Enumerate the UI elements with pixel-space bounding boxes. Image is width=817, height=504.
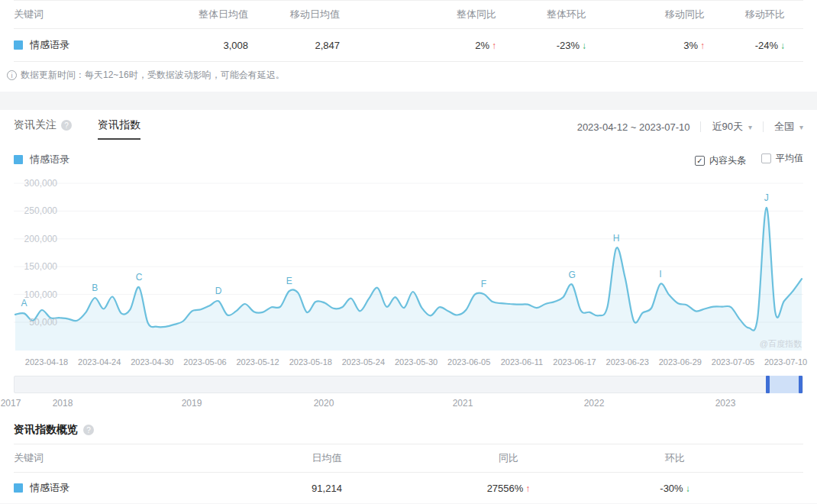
year-label: 2020 [314, 398, 334, 409]
daily-avg-value: 91,214 [183, 483, 470, 494]
overall-mom-value: -23%↓ [496, 40, 586, 51]
keyword-cell: 情感语录 [14, 481, 183, 495]
mom-value: -30%↓ [547, 483, 803, 494]
svg-text:C: C [136, 272, 143, 283]
legend-color-swatch [14, 155, 23, 164]
slider-selection[interactable] [767, 376, 801, 393]
year-label: 2019 [182, 398, 202, 409]
stats-table-row: 情感语录 3,008 2,847 2%↑ -23%↓ 3%↑ -24%↓ [14, 29, 803, 61]
info-icon: i [7, 70, 17, 80]
svg-text:300,000: 300,000 [24, 178, 58, 189]
legend-keyword: 情感语录 [30, 153, 69, 166]
column-header: 整体同比 [340, 8, 496, 21]
date-range[interactable]: 2023-04-12 ~ 2023-07-10 [577, 121, 690, 133]
svg-text:F: F [481, 279, 486, 289]
x-tick-label: 2023-05-06 [183, 357, 226, 367]
slider-track[interactable] [14, 376, 803, 393]
x-tick-label: 2023-05-30 [395, 357, 438, 367]
x-tick-label: 2023-05-24 [342, 357, 385, 367]
trend-section: 资讯关注?资讯指数 2023-04-12 ~ 2023-07-10 近90天▾ … [0, 111, 817, 503]
region-select[interactable]: 全国▾ [774, 120, 803, 134]
column-header: 整体日均值 [183, 8, 248, 21]
x-axis-labels: 2023-04-182023-04-242023-04-302023-05-06… [14, 356, 803, 370]
svg-text:150,000: 150,000 [24, 261, 58, 272]
x-tick-label: 2023-07-05 [712, 357, 754, 367]
year-label: 2021 [453, 398, 473, 409]
trend-arrow-icon: ↑ [525, 483, 530, 494]
help-icon[interactable]: ? [61, 120, 72, 131]
tabs: 资讯关注?资讯指数 [14, 114, 166, 140]
x-tick-label: 2023-06-17 [553, 357, 596, 367]
slider-handle-left[interactable] [766, 376, 770, 393]
mobile-daily-avg-value: 2,847 [248, 40, 340, 51]
x-tick-label: 2023-04-18 [25, 357, 68, 367]
overview-table-header: 关键词日均值同比环比 [14, 444, 803, 472]
svg-text:100,000: 100,000 [24, 289, 58, 300]
update-note-text: 数据更新时间：每天12~16时，受数据波动影响，可能会有延迟。 [21, 69, 285, 82]
range-select[interactable]: 近90天▾ [712, 120, 752, 134]
column-header: 环比 [547, 451, 803, 465]
x-tick-label: 2023-06-29 [659, 357, 702, 367]
chart-area: 50,000100,000150,000200,000250,000300,00… [14, 177, 803, 354]
stats-table-header: 关键词整体日均值移动日均值整体同比整体环比移动同比移动环比 [14, 1, 803, 28]
trend-arrow-icon: ↓ [780, 40, 785, 51]
help-icon[interactable]: ? [83, 425, 94, 435]
svg-text:B: B [92, 283, 98, 293]
svg-text:G: G [568, 270, 575, 280]
x-tick-label: 2023-07-10 [764, 357, 807, 367]
svg-text:E: E [286, 276, 292, 286]
year-label: 2022 [584, 398, 605, 409]
legend-row: 情感语录 ✓内容头条平均值 [14, 151, 803, 168]
overall-daily-avg-value: 3,008 [183, 40, 248, 51]
yoy-value: 27556%↑ [470, 483, 547, 494]
content-headline-checkbox[interactable]: ✓内容头条 [695, 154, 746, 167]
x-tick-label: 2023-05-18 [289, 357, 332, 367]
year-label: 2017 [1, 398, 21, 409]
svg-text:I: I [659, 269, 661, 279]
x-tick-label: 2023-05-12 [236, 357, 279, 367]
column-header: 移动环比 [705, 8, 785, 21]
year-label: 2023 [715, 398, 736, 409]
checkbox-box[interactable] [761, 153, 771, 163]
chart-legend: 情感语录 [14, 153, 69, 166]
svg-text:200,000: 200,000 [24, 234, 58, 244]
average-value-checkbox[interactable]: 平均值 [761, 152, 803, 165]
column-header: 关键词 [14, 451, 183, 465]
column-header: 移动同比 [586, 8, 705, 21]
timeline-slider: 2017201820192020202120222023 [14, 376, 803, 412]
chart-controls: 2023-04-12 ~ 2023-07-10 近90天▾ 全国▾ [577, 120, 803, 134]
keyword-stats-section: 关键词整体日均值移动日均值整体同比整体环比移动同比移动环比 情感语录 3,008… [0, 0, 817, 92]
overview-title-row: 资讯指数概览 ? [14, 422, 803, 438]
overview-table-row: 情感语录 91,214 27556%↑ -30%↓ [14, 473, 803, 503]
update-note: i 数据更新时间：每天12~16时，受数据波动影响，可能会有延迟。 [7, 62, 803, 92]
svg-text:H: H [613, 233, 620, 244]
overview-title: 资讯指数概览 [14, 423, 78, 437]
checkbox-box[interactable]: ✓ [695, 156, 705, 166]
chart-options: ✓内容头条平均值 [680, 152, 803, 167]
trend-chart[interactable]: 50,000100,000150,000200,000250,000300,00… [14, 177, 803, 354]
baidu-index-page: 关键词整体日均值移动日均值整体同比整体环比移动同比移动环比 情感语录 3,008… [0, 0, 817, 504]
x-tick-label: 2023-06-11 [501, 357, 543, 367]
slider-handle-right[interactable] [799, 376, 802, 393]
tab-news-follow[interactable]: 资讯关注? [14, 114, 72, 140]
x-tick-label: 2023-06-05 [447, 357, 490, 367]
svg-text:J: J [764, 192, 769, 203]
keyword-label: 情感语录 [30, 38, 69, 52]
overview-section: 资讯指数概览 ? 关键词日均值同比环比 情感语录 91,214 27556%↑ … [14, 422, 803, 503]
column-header: 日均值 [183, 451, 470, 465]
trend-arrow-icon: ↓ [686, 483, 690, 494]
svg-text:D: D [215, 286, 222, 296]
svg-text:A: A [21, 298, 27, 309]
year-label: 2018 [53, 398, 73, 409]
section-gap [0, 92, 817, 110]
overall-yoy-value: 2%↑ [340, 40, 496, 51]
timeline-year-labels: 2017201820192020202120222023 [14, 396, 803, 412]
chevron-down-icon: ▾ [748, 123, 752, 131]
keyword-label: 情感语录 [30, 481, 69, 495]
keyword-color-swatch [14, 40, 23, 50]
column-header: 整体环比 [496, 8, 586, 21]
tab-news-index[interactable]: 资讯指数 [98, 114, 140, 140]
svg-text:250,000: 250,000 [24, 205, 58, 216]
watermark: @百度指数 [760, 338, 802, 350]
column-header: 关键词 [14, 8, 183, 21]
